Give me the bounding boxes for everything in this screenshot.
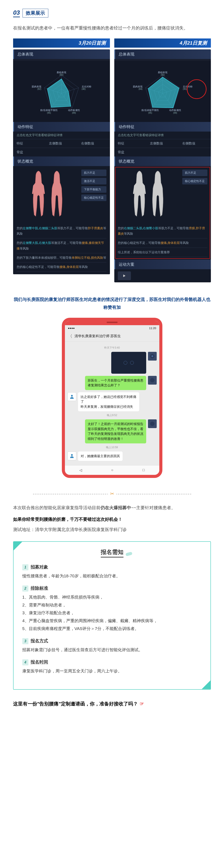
svg-text:(95): (95): [148, 112, 152, 114]
status-tag: 核心稳定性不足: [182, 178, 207, 184]
nav-home-icon[interactable]: ○: [111, 468, 114, 472]
chat-title: 清华长庚康复科治疗师 苏医生: [74, 334, 121, 339]
notice-item: 3 报名方式 招募对象需门诊挂号，通过医生筛查后方可进行智能化评估测试。: [22, 638, 202, 654]
chat-header: 〈 清华长庚康复科治疗师 苏医生: [65, 331, 159, 342]
chat-timestamp: 晚上10:59: [67, 445, 157, 449]
back-icon[interactable]: 〈: [68, 333, 72, 339]
chat-msg: 对，她腰痛最主要的原因其: [67, 452, 157, 461]
col-left-val: 左侧数值: [45, 139, 78, 148]
finding: 您的左侧臀大肌,右侧大肌等激活不足，可能导致腰痛,膝前侧关节痛等风险: [17, 239, 106, 253]
action-note: 点击红色文字可查看错误特征详情: [13, 131, 110, 139]
notice-body: 慢性腰痛患者，年龄为18-70岁，能积极配合治疗者。: [22, 572, 202, 580]
finding: 您的下肢力量和本体感知较弱，可能导致单脚站立不稳,损伤风险等: [17, 253, 106, 262]
notice-number: 2: [22, 585, 28, 592]
section-title: 效果展示: [23, 9, 48, 18]
avatar-doctor: [67, 392, 76, 401]
status-bar: ●●●● 11:20: [65, 325, 159, 331]
nav-back-icon[interactable]: ◁: [79, 468, 82, 472]
svg-rect-42: [120, 357, 137, 368]
notice-number: 3: [22, 638, 28, 644]
svg-point-41: [152, 355, 153, 357]
chat-mockup: ●●●● 11:20 〈 清华长庚康复科治疗师 苏医生 昨天下午3:40 苏医生…: [62, 318, 162, 478]
svg-point-47: [150, 422, 155, 426]
notice-body: 康复医学科门诊，周一至周五全天门诊，周六上午诊。: [22, 667, 202, 675]
anatomy-after: 肌力不足 核心稳定性不足: [114, 166, 211, 221]
avatar-self: [148, 352, 157, 361]
notice-label: 报名时间: [31, 659, 48, 664]
svg-text:(90): (90): [161, 74, 165, 76]
msg-bubble: 苏医生，一个月前那位严重慢性腰痛患者复测结果怎么样了？: [85, 376, 146, 390]
svg-text:(98): (98): [173, 112, 177, 114]
notice-item: 2 排除标准 1、其他肌肉、骨骼、神经系统损伤等疾病， 2、需要严格制动患者， …: [22, 585, 202, 633]
closing-line: 这里有一份"告别腰痛"定制邀请函，你，准备好接收了吗？ ☞: [13, 701, 211, 707]
nav-recent-icon[interactable]: □: [142, 468, 145, 472]
pointing-hand-icon: ☞: [140, 701, 144, 707]
video-thumb[interactable]: [118, 271, 131, 280]
action-note: 点击红色文字可查看错误特征详情: [114, 131, 211, 139]
svg-text:(88): (88): [72, 112, 76, 114]
highlight-circle: [187, 79, 206, 99]
scissor-divider: ✂: [13, 491, 211, 497]
doctor-praise-text: 我们与长庚医院的康复治疗师苏医生对此患者的情况进行了深度交流，苏医生对我们的外骨…: [13, 296, 211, 311]
svg-point-48: [71, 454, 73, 456]
col-right-val: 右侧数值: [77, 139, 110, 148]
svg-text:肌肉表现: 肌肉表现: [133, 85, 142, 88]
action-columns: 特征 左侧数值 右侧数值: [114, 139, 211, 148]
tab-overall: 总体表现: [114, 50, 211, 59]
col-right-val: 右侧数值: [179, 139, 211, 148]
tab-action: 动作特征: [13, 122, 110, 131]
svg-text:(95): (95): [47, 112, 51, 114]
tab-status: 状态概览: [114, 156, 211, 166]
exercise-plan-row: [114, 269, 211, 282]
finding: 您的左侧臀中肌,右侧腘二头肌等肌力不足，可能导致脖子滑囊炎等风险: [17, 224, 106, 239]
play-icon: [123, 275, 125, 277]
avatar-self: [148, 420, 157, 428]
phone-after: 4月21日复测 总体表现: [114, 38, 211, 282]
svg-text:(40): (40): [82, 88, 86, 90]
svg-text:左右对称: 左右对称: [82, 85, 91, 88]
tab-action: 动作特征: [114, 122, 211, 131]
notice-item: 1 招募对象 慢性腰痛患者，年龄为18-70岁，能积极配合治疗者。: [22, 564, 202, 580]
scissor-icon: ✂: [108, 491, 116, 496]
msg-bubble: 太好了！之前的一月前测试的时候报告显示双腿肌肉无力，平衡性也不佳，看了昨天的复测…: [85, 420, 146, 443]
notice-label: 报名方式: [31, 638, 48, 643]
phone-notch: [65, 321, 159, 325]
svg-text:肌肉表现: 肌肉表现: [32, 85, 41, 88]
signal-icon: ●●●●: [68, 327, 75, 330]
notice-item: 4 报名时间 康复医学科门诊，周一至周五全天门诊，周六上午诊。: [22, 659, 202, 675]
notice-body: 1、其他肌肉、骨骼、神经系统损伤等疾病， 2、需要严格制动患者， 3、康复治疗不…: [22, 593, 202, 633]
date-banner-after: 4月21日复测: [114, 38, 211, 48]
col-feature: 特征: [114, 139, 147, 148]
status-tag: 激活不足: [81, 178, 106, 184]
android-nav: ◁ ○ □: [65, 465, 159, 475]
col-left-val: 左侧数值: [147, 139, 179, 148]
chat-msg: 比之前好多了，她说已经感觉不到疼痛了 昨天来复测，发现腰痛症状已经消失: [67, 392, 157, 411]
section-number: 03: [13, 9, 20, 17]
svg-marker-9: [47, 79, 71, 107]
corner-decoration: [202, 681, 211, 689]
finding: 您的核心稳定性不足，可能导致腰痛,身体前屈等风险: [17, 262, 106, 272]
comparison-row: 3月20日首测 总体表现: [13, 38, 211, 282]
chat-timestamp: 晚上9:52: [67, 413, 157, 417]
chat-msg: 苏医生，一个月前那位严重慢性腰痛患者复测结果怎么样了？: [67, 376, 157, 390]
svg-marker-29: [148, 77, 179, 108]
date-banner-before: 3月20日首测: [13, 38, 110, 48]
col-feature: 特征: [13, 139, 45, 148]
finding: 您的核心稳定性不足，可能导致腰痛,身体前屈等风险: [118, 239, 207, 248]
notice-label: 招募对象: [31, 564, 48, 569]
svg-text:基础表现: 基础表现: [57, 71, 66, 74]
svg-text:基础表现: 基础表现: [158, 71, 167, 74]
status-tag: 肌力不足: [182, 169, 207, 176]
svg-text:(82): (82): [37, 88, 41, 90]
action-columns: 特征 左侧数值 右侧数值: [13, 139, 110, 148]
svg-text:(80): (80): [59, 74, 63, 76]
avatar-self: [148, 376, 157, 384]
recruit-line1: 本次联合推出的智能化居家康复指导活动目前仍在火爆招募中~~主要针对腰痛患者。: [13, 503, 211, 512]
radar-chart-after: 基础表现 (90) 左右对称 (95) 动作标准性 (98) 前/后表链平衡性 …: [114, 61, 211, 122]
svg-text:前/后表链平衡性: 前/后表链平衡性: [40, 109, 58, 112]
chat-msg: [67, 352, 157, 374]
image-message[interactable]: [111, 352, 146, 374]
tab-plan: 运动方案: [114, 259, 211, 269]
chat-timestamp: 昨天下午3:40: [67, 346, 157, 350]
notice-box: 报名需知 1 招募对象 慢性腰痛患者，年龄为18-70岁，能积极配合治疗者。 2…: [13, 541, 211, 690]
